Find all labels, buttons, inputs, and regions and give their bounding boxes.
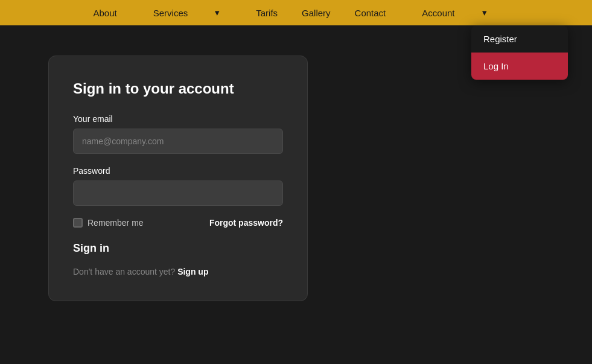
signup-link[interactable]: Sign up	[177, 267, 208, 276]
email-form-group: Your email	[73, 114, 283, 154]
signin-card: Sign in to your account Your email Passw…	[48, 56, 308, 301]
nav-link-tarifs[interactable]: Tarifs	[244, 8, 290, 18]
password-label: Password	[73, 166, 283, 176]
services-dropdown-arrow-icon: ▾	[203, 7, 232, 18]
password-input[interactable]	[73, 180, 283, 206]
nav-link-services[interactable]: Services ▾	[129, 7, 244, 18]
nav-item-services[interactable]: Services ▾	[129, 7, 244, 18]
dropdown-item-register[interactable]: Register	[471, 25, 568, 53]
nav-link-about[interactable]: About	[81, 8, 129, 18]
form-options-row: Remember me Forgot password?	[73, 218, 283, 228]
nav-item-tarifs[interactable]: Tarifs	[244, 8, 290, 18]
signin-title: Sign in to your account	[73, 80, 283, 97]
signup-prompt: Don't have an account yet? Sign up	[73, 267, 283, 276]
signin-button[interactable]: Sign in	[73, 242, 109, 255]
email-input[interactable]	[73, 129, 283, 154]
account-dropdown-menu: Register Log In	[471, 25, 568, 80]
nav-links: About Services ▾ Tarifs Gallery Contact …	[81, 7, 511, 18]
nav-item-account[interactable]: Account ▾	[398, 7, 511, 18]
email-label: Your email	[73, 114, 283, 124]
password-form-group: Password	[73, 166, 283, 206]
forgot-password-link[interactable]: Forgot password?	[209, 218, 283, 228]
signup-prompt-text: Don't have an account yet?	[73, 267, 175, 276]
nav-item-about[interactable]: About	[81, 8, 129, 18]
nav-link-account[interactable]: Account ▾	[398, 7, 511, 18]
navbar: About Services ▾ Tarifs Gallery Contact …	[0, 0, 592, 25]
dropdown-item-login[interactable]: Log In	[471, 53, 568, 80]
remember-me-text: Remember me	[88, 218, 144, 228]
account-dropdown-arrow-icon: ▾	[470, 7, 499, 18]
nav-item-contact[interactable]: Contact	[343, 8, 398, 18]
nav-link-contact[interactable]: Contact	[343, 8, 398, 18]
remember-me-checkbox[interactable]	[73, 218, 83, 228]
nav-item-gallery[interactable]: Gallery	[290, 8, 343, 18]
nav-link-gallery[interactable]: Gallery	[290, 8, 343, 18]
remember-me-label[interactable]: Remember me	[73, 218, 144, 228]
